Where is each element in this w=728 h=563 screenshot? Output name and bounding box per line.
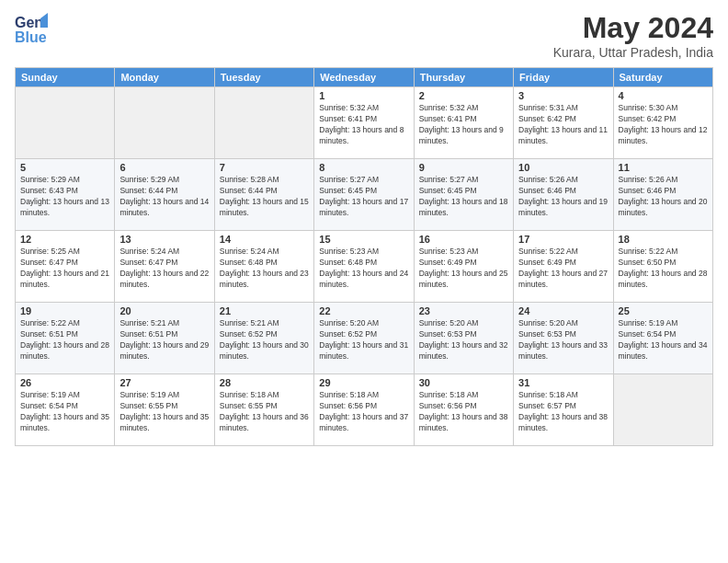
cell-content: Sunrise: 5:30 AMSunset: 6:42 PMDaylight:…	[619, 103, 708, 147]
calendar-week-1: 5 Sunrise: 5:29 AMSunset: 6:43 PMDayligh…	[16, 159, 713, 231]
day-number: 19	[20, 305, 109, 316]
weekday-header-wednesday: Wednesday	[314, 68, 414, 87]
cell-content: Sunrise: 5:18 AMSunset: 6:56 PMDaylight:…	[319, 390, 408, 434]
cell-content: Sunrise: 5:18 AMSunset: 6:57 PMDaylight:…	[518, 390, 608, 434]
calendar-cell: 3 Sunrise: 5:31 AMSunset: 6:42 PMDayligh…	[514, 87, 613, 159]
cell-content: Sunrise: 5:19 AMSunset: 6:55 PMDaylight:…	[119, 390, 209, 434]
calendar-cell: 19 Sunrise: 5:22 AMSunset: 6:51 PMDaylig…	[16, 303, 115, 374]
calendar-cell	[16, 87, 115, 159]
day-number: 8	[319, 162, 408, 173]
day-number: 9	[419, 162, 508, 173]
calendar-week-2: 12 Sunrise: 5:25 AMSunset: 6:47 PMDaylig…	[16, 231, 713, 303]
cell-content: Sunrise: 5:32 AMSunset: 6:41 PMDaylight:…	[319, 103, 408, 147]
calendar-week-4: 26 Sunrise: 5:19 AMSunset: 6:54 PMDaylig…	[16, 374, 713, 446]
cell-content: Sunrise: 5:27 AMSunset: 6:45 PMDaylight:…	[419, 175, 508, 219]
month-title: May 2024	[553, 11, 713, 45]
calendar-cell: 26 Sunrise: 5:19 AMSunset: 6:54 PMDaylig…	[16, 374, 115, 446]
header: General Blue May 2024 Kurara, Uttar Prad…	[15, 11, 713, 60]
day-number: 11	[619, 162, 708, 173]
calendar-cell: 2 Sunrise: 5:32 AMSunset: 6:41 PMDayligh…	[414, 87, 513, 159]
day-number: 25	[619, 305, 708, 316]
cell-content: Sunrise: 5:26 AMSunset: 6:46 PMDaylight:…	[619, 175, 708, 219]
day-number: 3	[518, 90, 608, 101]
page: General Blue May 2024 Kurara, Uttar Prad…	[0, 0, 728, 563]
weekday-header-monday: Monday	[115, 68, 214, 87]
day-number: 28	[220, 377, 309, 388]
calendar-cell: 20 Sunrise: 5:21 AMSunset: 6:51 PMDaylig…	[115, 303, 214, 374]
day-number: 12	[20, 234, 109, 245]
calendar-body: 1 Sunrise: 5:32 AMSunset: 6:41 PMDayligh…	[16, 87, 713, 446]
day-number: 7	[220, 162, 309, 173]
day-number: 26	[20, 377, 109, 388]
calendar-cell: 12 Sunrise: 5:25 AMSunset: 6:47 PMDaylig…	[16, 231, 115, 303]
calendar-cell	[115, 87, 214, 159]
weekday-header-tuesday: Tuesday	[214, 68, 313, 87]
cell-content: Sunrise: 5:22 AMSunset: 6:49 PMDaylight:…	[518, 247, 608, 291]
cell-content: Sunrise: 5:21 AMSunset: 6:51 PMDaylight:…	[119, 318, 209, 362]
calendar-cell: 18 Sunrise: 5:22 AMSunset: 6:50 PMDaylig…	[613, 231, 712, 303]
cell-content: Sunrise: 5:31 AMSunset: 6:42 PMDaylight:…	[518, 103, 608, 147]
calendar-cell: 7 Sunrise: 5:28 AMSunset: 6:44 PMDayligh…	[214, 159, 313, 231]
cell-content: Sunrise: 5:26 AMSunset: 6:46 PMDaylight:…	[518, 175, 608, 219]
day-number: 27	[119, 377, 209, 388]
day-number: 22	[319, 305, 408, 316]
cell-content: Sunrise: 5:18 AMSunset: 6:55 PMDaylight:…	[220, 390, 309, 434]
svg-text:Blue: Blue	[15, 29, 47, 45]
calendar-cell: 8 Sunrise: 5:27 AMSunset: 6:45 PMDayligh…	[314, 159, 414, 231]
day-number: 6	[119, 162, 209, 173]
cell-content: Sunrise: 5:25 AMSunset: 6:47 PMDaylight:…	[20, 247, 109, 291]
calendar-cell: 31 Sunrise: 5:18 AMSunset: 6:57 PMDaylig…	[514, 374, 613, 446]
calendar-cell: 16 Sunrise: 5:23 AMSunset: 6:49 PMDaylig…	[414, 231, 513, 303]
calendar-cell: 15 Sunrise: 5:23 AMSunset: 6:48 PMDaylig…	[314, 231, 414, 303]
cell-content: Sunrise: 5:19 AMSunset: 6:54 PMDaylight:…	[20, 390, 109, 434]
logo-icon: General Blue	[15, 11, 48, 50]
cell-content: Sunrise: 5:19 AMSunset: 6:54 PMDaylight:…	[619, 318, 708, 362]
cell-content: Sunrise: 5:27 AMSunset: 6:45 PMDaylight:…	[319, 175, 408, 219]
day-number: 15	[319, 234, 408, 245]
day-number: 17	[518, 234, 608, 245]
cell-content: Sunrise: 5:32 AMSunset: 6:41 PMDaylight:…	[419, 103, 508, 147]
calendar-cell: 5 Sunrise: 5:29 AMSunset: 6:43 PMDayligh…	[16, 159, 115, 231]
calendar-cell: 4 Sunrise: 5:30 AMSunset: 6:42 PMDayligh…	[613, 87, 712, 159]
day-number: 24	[518, 305, 608, 316]
calendar-cell	[613, 374, 712, 446]
calendar-cell: 25 Sunrise: 5:19 AMSunset: 6:54 PMDaylig…	[613, 303, 712, 374]
day-number: 2	[419, 90, 508, 101]
day-number: 14	[220, 234, 309, 245]
calendar-cell: 28 Sunrise: 5:18 AMSunset: 6:55 PMDaylig…	[214, 374, 313, 446]
cell-content: Sunrise: 5:23 AMSunset: 6:48 PMDaylight:…	[319, 247, 408, 291]
day-number: 29	[319, 377, 408, 388]
calendar-header-row: SundayMondayTuesdayWednesdayThursdayFrid…	[16, 68, 713, 87]
location: Kurara, Uttar Pradesh, India	[553, 45, 713, 60]
cell-content: Sunrise: 5:29 AMSunset: 6:44 PMDaylight:…	[119, 175, 209, 219]
cell-content: Sunrise: 5:28 AMSunset: 6:44 PMDaylight:…	[220, 175, 309, 219]
title-block: May 2024 Kurara, Uttar Pradesh, India	[553, 11, 713, 60]
calendar-cell: 6 Sunrise: 5:29 AMSunset: 6:44 PMDayligh…	[115, 159, 214, 231]
calendar-cell: 23 Sunrise: 5:20 AMSunset: 6:53 PMDaylig…	[414, 303, 513, 374]
calendar-cell: 29 Sunrise: 5:18 AMSunset: 6:56 PMDaylig…	[314, 374, 414, 446]
cell-content: Sunrise: 5:20 AMSunset: 6:53 PMDaylight:…	[419, 318, 508, 362]
cell-content: Sunrise: 5:24 AMSunset: 6:48 PMDaylight:…	[220, 247, 309, 291]
cell-content: Sunrise: 5:22 AMSunset: 6:51 PMDaylight:…	[20, 318, 109, 362]
calendar-cell: 14 Sunrise: 5:24 AMSunset: 6:48 PMDaylig…	[214, 231, 313, 303]
cell-content: Sunrise: 5:23 AMSunset: 6:49 PMDaylight:…	[419, 247, 508, 291]
calendar-cell: 21 Sunrise: 5:21 AMSunset: 6:52 PMDaylig…	[214, 303, 313, 374]
day-number: 16	[419, 234, 508, 245]
calendar-cell	[214, 87, 313, 159]
day-number: 13	[119, 234, 209, 245]
calendar-cell: 13 Sunrise: 5:24 AMSunset: 6:47 PMDaylig…	[115, 231, 214, 303]
calendar-cell: 9 Sunrise: 5:27 AMSunset: 6:45 PMDayligh…	[414, 159, 513, 231]
weekday-header-thursday: Thursday	[414, 68, 513, 87]
calendar-cell: 30 Sunrise: 5:18 AMSunset: 6:56 PMDaylig…	[414, 374, 513, 446]
cell-content: Sunrise: 5:29 AMSunset: 6:43 PMDaylight:…	[20, 175, 109, 219]
calendar-table: SundayMondayTuesdayWednesdayThursdayFrid…	[15, 67, 713, 446]
day-number: 18	[619, 234, 708, 245]
cell-content: Sunrise: 5:24 AMSunset: 6:47 PMDaylight:…	[119, 247, 209, 291]
calendar-week-0: 1 Sunrise: 5:32 AMSunset: 6:41 PMDayligh…	[16, 87, 713, 159]
cell-content: Sunrise: 5:22 AMSunset: 6:50 PMDaylight:…	[619, 247, 708, 291]
day-number: 4	[619, 90, 708, 101]
day-number: 20	[119, 305, 209, 316]
calendar-cell: 11 Sunrise: 5:26 AMSunset: 6:46 PMDaylig…	[613, 159, 712, 231]
calendar-cell: 22 Sunrise: 5:20 AMSunset: 6:52 PMDaylig…	[314, 303, 414, 374]
calendar-week-3: 19 Sunrise: 5:22 AMSunset: 6:51 PMDaylig…	[16, 303, 713, 374]
